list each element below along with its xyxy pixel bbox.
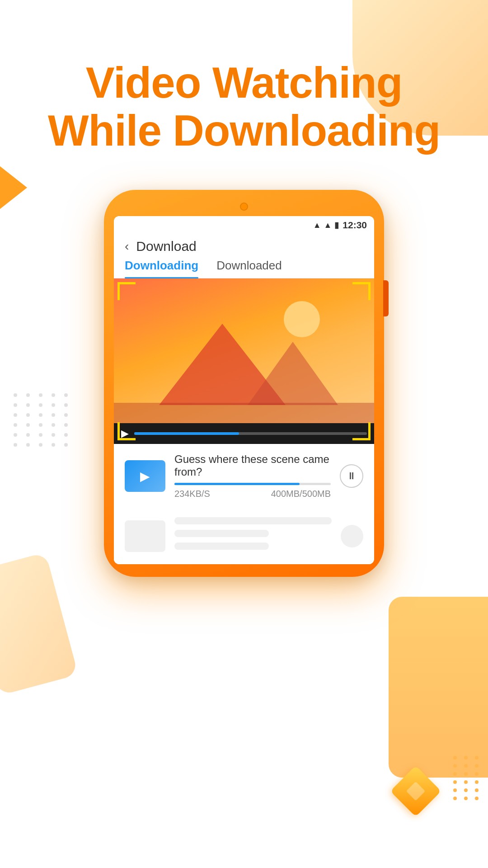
item-stats: 234KB/S 400MB/500MB bbox=[174, 489, 331, 499]
skeleton-thumbnail-1 bbox=[125, 520, 165, 552]
status-icons: ▲ ▲ ▮ bbox=[313, 220, 339, 230]
battery-icon: ▮ bbox=[334, 220, 339, 230]
item-title: Guess where these scene came from? bbox=[174, 453, 331, 478]
back-button[interactable]: ‹ bbox=[125, 239, 129, 254]
video-thumbnail[interactable] bbox=[114, 278, 374, 423]
item-play-icon[interactable]: ▶ bbox=[140, 469, 150, 484]
pause-icon: ⏸ bbox=[347, 470, 357, 482]
pause-button[interactable]: ⏸ bbox=[340, 464, 363, 488]
sun-decoration bbox=[284, 301, 320, 337]
heading-line1: Video Watching bbox=[86, 58, 403, 107]
video-controls-bar: ▶ bbox=[114, 423, 374, 444]
video-play-button[interactable]: ▶ bbox=[121, 428, 129, 439]
skeleton-line-1 bbox=[174, 517, 332, 524]
item-progress-bar bbox=[174, 483, 331, 485]
bg-decoration-bottom-right bbox=[389, 597, 488, 778]
skeleton-circle-1 bbox=[341, 525, 363, 547]
skeleton-line-2 bbox=[174, 530, 269, 537]
item-speed: 234KB/S bbox=[174, 489, 210, 499]
status-time: 12:30 bbox=[343, 220, 367, 231]
phone-screen: ▲ ▲ ▮ 12:30 ‹ Download Downloading Downl… bbox=[114, 216, 374, 564]
phone-side-button bbox=[383, 280, 389, 316]
skeleton-item-1 bbox=[114, 508, 374, 564]
video-container: ▶ bbox=[114, 278, 374, 444]
video-progress-fill bbox=[134, 432, 239, 435]
item-info: Guess where these scene came from? 234KB… bbox=[174, 453, 331, 499]
item-progress-fill bbox=[174, 483, 300, 485]
video-background bbox=[114, 278, 374, 423]
wifi-icon: ▲ bbox=[313, 221, 321, 230]
signal-icon: ▲ bbox=[324, 221, 332, 230]
item-size: 400MB/500MB bbox=[271, 489, 331, 499]
status-bar: ▲ ▲ ▮ 12:30 bbox=[114, 216, 374, 234]
tab-downloaded[interactable]: Downloaded bbox=[216, 259, 282, 278]
download-item: ▶ Guess where these scene came from? 234… bbox=[114, 444, 374, 508]
tab-downloading[interactable]: Downloading bbox=[125, 259, 198, 278]
app-header: ‹ Download bbox=[114, 234, 374, 254]
item-thumbnail: ▶ bbox=[125, 460, 165, 492]
phone-body: ▲ ▲ ▮ 12:30 ‹ Download Downloading Downl… bbox=[104, 190, 384, 577]
arrow-left-decoration bbox=[0, 163, 27, 212]
phone-camera bbox=[240, 203, 248, 211]
bg-decoration-bottom-left bbox=[0, 552, 78, 695]
dot-grid-right bbox=[453, 756, 481, 800]
main-heading: Video Watching While Downloading bbox=[0, 59, 488, 154]
dot-grid-left bbox=[14, 393, 70, 447]
skeleton-line-3 bbox=[174, 542, 269, 550]
phone-mockup: ▲ ▲ ▮ 12:30 ‹ Download Downloading Downl… bbox=[104, 190, 384, 577]
ground-decoration bbox=[114, 403, 374, 423]
app-title: Download bbox=[136, 239, 196, 254]
video-progress-bar[interactable] bbox=[134, 432, 367, 435]
mountain-2 bbox=[248, 342, 338, 405]
skeleton-lines-1 bbox=[174, 517, 332, 555]
tabs-row: Downloading Downloaded bbox=[114, 254, 374, 278]
heading-line2: While Downloading bbox=[48, 106, 440, 155]
